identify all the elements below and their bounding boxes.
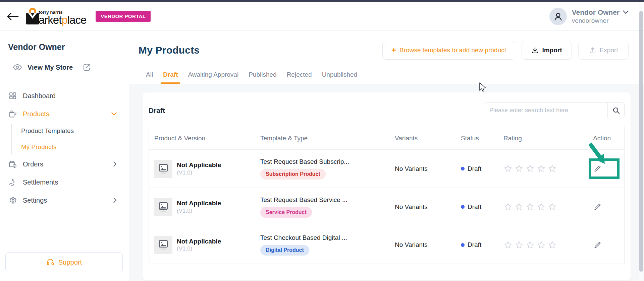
product-version: (V1.0) [177,208,221,214]
sidebar-item-label: Orders [23,160,43,168]
search-button[interactable] [607,103,624,118]
avatar [549,8,567,25]
export-button[interactable]: Export [578,41,629,60]
product-version: (V1.0) [177,245,221,252]
status-dot [461,167,465,170]
import-button[interactable]: Import [522,41,572,60]
external-link-icon [83,63,91,71]
rating-stars [500,202,571,211]
rating-stars [500,240,571,250]
arrow-left-icon [7,12,19,21]
sidebar-item-dashboard[interactable]: Dashboard [0,87,129,105]
support-label: Support [58,259,82,266]
vendor-portal-badge: VENDOR PORTAL [96,11,151,22]
edit-button[interactable] [591,162,604,175]
person-icon [553,11,563,21]
table-row: Not Applicable (V1.0) Test Request Based… [149,188,624,226]
tab-published[interactable]: Published [249,71,276,84]
page-scrollbar[interactable] [639,3,643,281]
star-icon [526,164,535,173]
table-header-row: Product & Version Template & Type Varian… [149,127,624,149]
vendor-portal-app: torry harris arketplace VENDOR PORTAL Ve… [0,0,644,281]
browse-templates-button[interactable]: + Browse templates to add new product [382,41,515,60]
sidebar-item-label: Settlements [23,179,58,186]
user-menu[interactable]: Vendor Owner vendorowner [549,8,629,25]
status-value: Draft [468,165,481,172]
page-title: My Products [139,45,200,56]
chevron-right-icon [113,198,117,203]
sidebar-item-product-templates[interactable]: Product Templates [11,123,129,139]
sidebar-title: Vendor Owner [8,42,129,52]
search-input[interactable] [484,103,607,118]
sidebar: Vendor Owner View My Store [0,31,129,281]
star-icon [537,202,546,211]
sidebar-item-orders[interactable]: Orders [0,155,129,173]
product-image-placeholder [154,236,172,254]
status-dot [461,243,465,247]
product-type-badge: Subscription Product [260,169,326,180]
view-my-store-label: View My Store [28,64,73,71]
back-button[interactable] [5,9,20,24]
edit-button[interactable] [591,238,604,252]
settlements-hand-dollar-icon [8,178,17,186]
product-version: (V1.0) [177,169,221,176]
status-dot [461,205,465,209]
chevron-down-icon [111,112,117,116]
products-bag-icon [8,110,17,118]
submenu-indent-guide [11,124,12,154]
tab-rejected[interactable]: Rejected [287,71,312,84]
sidebar-item-settings[interactable]: Settings [0,191,129,209]
product-name: Not Applicable [177,237,221,246]
column-header: Variants [389,135,454,142]
star-icon [526,202,535,211]
export-icon [589,47,596,54]
support-button[interactable]: Support [5,252,123,272]
star-icon [515,164,524,173]
search-icon [612,107,620,114]
tab-all[interactable]: All [146,71,153,84]
dashboard-grid-icon [8,92,17,100]
user-display-name: Vendor Owner [572,8,620,17]
tab-unpublished[interactable]: Unpublished [322,71,358,84]
content-area: Draft P [129,84,644,281]
import-icon [531,47,539,54]
sidebar-item-my-products[interactable]: My Products [11,139,129,155]
chevron-down-icon [623,10,629,14]
product-name: Not Applicable [177,199,221,208]
search-box [484,102,625,118]
star-icon [503,240,513,250]
status-tabs: All Draft Awaiting Approval Published Re… [146,71,629,84]
sidebar-item-label: Dashboard [23,92,56,100]
card-title: Draft [149,107,165,115]
star-icon [548,164,557,173]
edit-button[interactable] [591,200,604,214]
sidebar-item-products[interactable]: Products [0,105,129,123]
column-header: Rating [500,135,571,142]
draft-products-card: Draft P [143,92,631,280]
tab-draft[interactable]: Draft [163,71,178,84]
sidebar-item-settlements[interactable]: Settlements [0,173,129,191]
star-icon [515,240,524,250]
star-icon [537,240,546,250]
pencil-icon [594,203,601,211]
template-name: Test Request Based Service ... [260,196,389,204]
star-icon [515,202,524,211]
view-my-store-link[interactable]: View My Store [13,63,129,71]
sidebar-item-label: Products [23,110,49,118]
tab-awaiting-approval[interactable]: Awaiting Approval [188,71,238,84]
template-name: Test Request Based Subscrip... [260,158,389,165]
status-value: Draft [468,241,481,249]
star-icon [503,202,513,211]
star-icon [548,240,557,250]
chevron-right-icon [113,161,117,167]
plus-icon: + [391,46,396,55]
scrollbar-thumb[interactable] [639,11,643,272]
user-username: vendorowner [572,17,629,25]
product-image-placeholder [154,160,172,178]
product-type-badge: Digital Product [260,245,309,256]
star-icon [548,202,557,211]
pencil-icon [594,241,601,249]
orders-icon [8,160,17,168]
product-type-badge: Service Product [260,207,312,218]
products-submenu: Product Templates My Products [11,123,129,155]
